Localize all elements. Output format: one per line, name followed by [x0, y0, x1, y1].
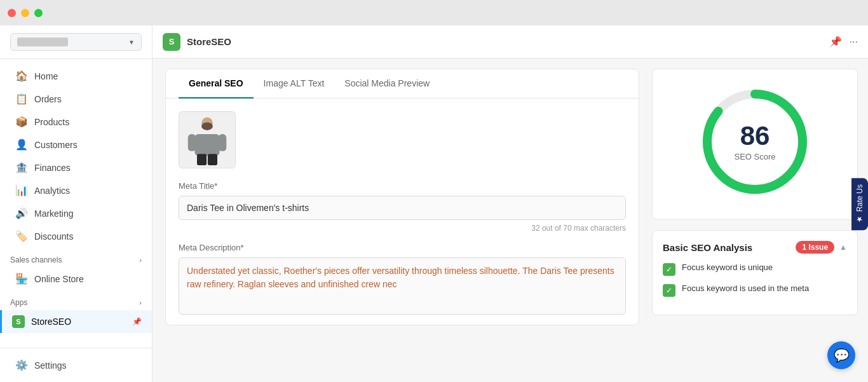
- sidebar-item-marketing[interactable]: 🔊 Marketing: [5, 202, 147, 224]
- online-store-icon: 🏪: [15, 273, 28, 285]
- topbar-actions: 📌 ···: [829, 36, 858, 48]
- sidebar-item-settings[interactable]: ⚙️ Settings: [5, 354, 147, 376]
- seo-analysis-header: Basic SEO Analysis 1 Issue ▲: [663, 241, 847, 254]
- issue-badge: 1 Issue: [796, 241, 834, 254]
- sidebar-item-customers-label: Customers: [34, 140, 78, 150]
- sidebar-item-orders[interactable]: 📋 Orders: [5, 88, 147, 110]
- sidebar-item-analytics-label: Analytics: [34, 186, 70, 196]
- apps-section: Apps ›: [0, 290, 152, 310]
- seo-analysis-card: Basic SEO Analysis 1 Issue ▲ ✓ Focus key…: [652, 230, 858, 315]
- discounts-icon: 🏷️: [15, 230, 28, 242]
- sales-channels-label: Sales channels: [10, 256, 62, 264]
- tab-social-media-preview-label: Social Media Preview: [344, 78, 430, 88]
- analysis-item-keyword-unique: ✓ Focus keyword is unique: [663, 263, 847, 276]
- score-label: SEO Score: [734, 152, 775, 161]
- sidebar-item-settings-label: Settings: [34, 360, 67, 371]
- check-icon-1: ✓: [663, 263, 675, 276]
- home-icon: 🏠: [15, 70, 28, 82]
- product-image: [179, 111, 236, 168]
- tab-image-alt-text-label: Image ALT Text: [264, 78, 325, 88]
- svg-point-1: [201, 122, 213, 130]
- tab-general-seo[interactable]: General SEO: [179, 69, 254, 99]
- sidebar-item-products[interactable]: 📦 Products: [5, 111, 147, 133]
- meta-title-input[interactable]: Daris Tee in Olivemen's t-shirts: [179, 196, 626, 220]
- sidebar: ▼ 🏠 Home 📋 Orders 📦 Products 👤 Customers…: [0, 25, 153, 382]
- orders-icon: 📋: [15, 93, 28, 105]
- product-image-container: [166, 99, 639, 181]
- more-action-icon[interactable]: ···: [850, 36, 858, 48]
- score-text: 86 SEO Score: [734, 123, 775, 161]
- score-circle: 86 SEO Score: [698, 85, 812, 199]
- pin-action-icon[interactable]: 📌: [829, 36, 842, 48]
- sidebar-item-analytics[interactable]: 📊 Analytics: [5, 179, 147, 201]
- meta-title-label: Meta Title*: [179, 181, 626, 191]
- apps-chevron-icon[interactable]: ›: [139, 299, 142, 306]
- seo-card: General SEO Image ALT Text Social Media …: [165, 69, 639, 325]
- meta-description-value: Understated yet classic, Roether's piece…: [187, 264, 618, 291]
- star-icon: ★: [855, 215, 864, 224]
- analytics-icon: 📊: [15, 184, 28, 196]
- collapse-button[interactable]: ▲: [839, 243, 847, 252]
- sidebar-item-orders-label: Orders: [34, 94, 62, 104]
- sidebar-bottom: ⚙️ Settings: [0, 348, 152, 382]
- sidebar-item-storeseo[interactable]: S StoreSEO 📌: [0, 310, 152, 333]
- store-name-placeholder: [17, 38, 68, 46]
- marketing-icon: 🔊: [15, 207, 28, 219]
- product-person-svg: [182, 114, 233, 165]
- topbar-logo-text: S: [169, 37, 175, 46]
- store-selector[interactable]: ▼: [0, 25, 152, 59]
- settings-icon: ⚙️: [15, 359, 28, 371]
- sales-channels-chevron-icon[interactable]: ›: [139, 256, 142, 264]
- titlebar: [0, 0, 868, 25]
- sidebar-item-customers[interactable]: 👤 Customers: [5, 133, 147, 156]
- chat-button[interactable]: 💬: [827, 341, 855, 369]
- sidebar-item-storeseo-label: StoreSEO: [31, 317, 71, 327]
- meta-description-label: Meta Description*: [179, 243, 626, 252]
- seo-analysis-title: Basic SEO Analysis: [663, 242, 752, 253]
- chat-icon: 💬: [834, 348, 850, 363]
- storeseo-icon: S: [12, 315, 25, 328]
- svg-rect-5: [197, 154, 207, 165]
- sidebar-item-home-label: Home: [34, 71, 58, 81]
- sidebar-item-discounts-label: Discounts: [34, 231, 73, 242]
- sidebar-item-finances-label: Finances: [34, 163, 71, 173]
- maximize-button[interactable]: [34, 9, 43, 17]
- tab-image-alt-text[interactable]: Image ALT Text: [254, 69, 335, 99]
- meta-title-value: Daris Tee in Olivemen's t-shirts: [187, 203, 618, 213]
- score-number: 86: [734, 123, 775, 149]
- sidebar-item-home[interactable]: 🏠 Home: [5, 65, 147, 87]
- topbar-title: StoreSEO: [187, 36, 231, 47]
- check-icon-2: ✓: [663, 284, 675, 297]
- close-button[interactable]: [8, 9, 16, 17]
- sidebar-nav: 🏠 Home 📋 Orders 📦 Products 👤 Customers 🏦…: [0, 59, 152, 348]
- tab-social-media-preview[interactable]: Social Media Preview: [334, 69, 440, 99]
- meta-title-char-count: 32 out of 70 max characters: [179, 224, 626, 233]
- right-panel: 86 SEO Score Basic SEO Analysis 1 Issue …: [652, 58, 868, 382]
- svg-rect-2: [194, 134, 219, 156]
- minimize-button[interactable]: [21, 9, 29, 17]
- meta-title-group: Meta Title* Daris Tee in Olivemen's t-sh…: [166, 181, 639, 243]
- sidebar-item-finances[interactable]: 🏦 Finances: [5, 156, 147, 179]
- rate-us-button[interactable]: ★ Rate Us: [851, 178, 868, 230]
- analysis-item-keyword-in-meta-text: Focus keyword is used in the meta: [682, 283, 809, 293]
- rate-us-label: Rate Us: [855, 184, 864, 212]
- apps-label: Apps: [10, 298, 27, 307]
- content-panel: General SEO Image ALT Text Social Media …: [153, 58, 652, 382]
- finances-icon: 🏦: [15, 161, 28, 174]
- customers-icon: 👤: [15, 139, 28, 151]
- seo-score-card: 86 SEO Score: [652, 69, 858, 220]
- analysis-item-keyword-in-meta: ✓ Focus keyword is used in the meta: [663, 283, 847, 297]
- sales-channels-section: Sales channels ›: [0, 248, 152, 267]
- analysis-item-keyword-unique-text: Focus keyword is unique: [682, 263, 773, 272]
- topbar-logo: S: [163, 33, 180, 51]
- sidebar-item-products-label: Products: [34, 117, 69, 127]
- pin-icon: 📌: [132, 317, 142, 326]
- store-dropdown[interactable]: ▼: [10, 33, 142, 51]
- tab-general-seo-label: General SEO: [189, 78, 243, 88]
- svg-rect-3: [188, 134, 196, 151]
- meta-description-input[interactable]: Understated yet classic, Roether's piece…: [179, 257, 626, 315]
- main-content: General SEO Image ALT Text Social Media …: [153, 58, 868, 382]
- products-icon: 📦: [15, 116, 28, 128]
- sidebar-item-discounts[interactable]: 🏷️ Discounts: [5, 225, 147, 247]
- sidebar-item-online-store[interactable]: 🏪 Online Store: [5, 268, 147, 290]
